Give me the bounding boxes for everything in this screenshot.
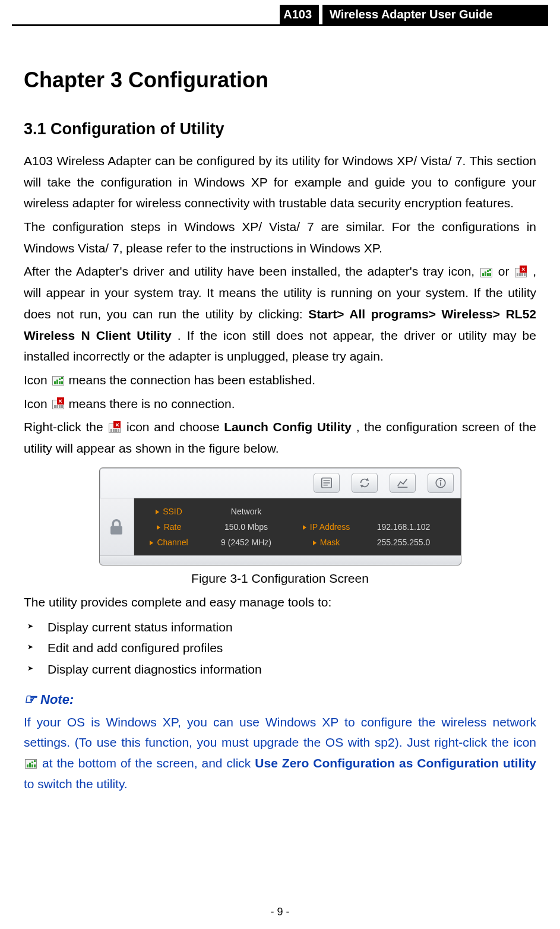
status-left-icon-area xyxy=(100,498,134,555)
info-icon xyxy=(434,476,447,489)
channel-label: Channel xyxy=(143,538,196,547)
action-name: Launch Config Utility xyxy=(224,420,352,434)
ssid-label: SSID xyxy=(143,507,196,516)
window-bottom-strip xyxy=(100,555,461,565)
feature-list: Display current status information Edit … xyxy=(24,617,536,680)
intro-paragraph-2: The configuration steps in Windows XP/ V… xyxy=(24,216,536,258)
toolbar-button-lines[interactable] xyxy=(314,473,340,493)
list-item: Display current status information xyxy=(24,617,536,638)
header-spacer xyxy=(12,5,280,24)
text-fragment: After the Adapter's driver and utility h… xyxy=(24,264,479,278)
page-header: A103 Wireless Adapter User Guide xyxy=(12,5,548,26)
list-item: Display current diagnostics information xyxy=(24,659,536,680)
graph-icon xyxy=(396,476,409,489)
refresh-icon xyxy=(358,476,371,489)
note-label: Note: xyxy=(40,692,74,707)
text-fragment: icon and choose xyxy=(126,420,224,434)
pointing-hand-icon: ☞ xyxy=(24,691,37,707)
text-fragment: Icon xyxy=(24,373,51,387)
signal-bars-green-icon xyxy=(25,759,37,769)
svg-point-8 xyxy=(439,480,441,482)
signal-bars-disconnected-icon xyxy=(515,268,527,277)
chapter-heading: Chapter 3 Configuration xyxy=(24,68,536,93)
toolbar-button-refresh[interactable] xyxy=(352,473,378,493)
mask-label: Mask xyxy=(297,538,356,547)
config-utility-window: SSID Network Rate 150.0 Mbps IP Address … xyxy=(99,467,461,565)
text-fragment: means the connection has been establishe… xyxy=(68,373,315,387)
mask-value: 255.255.255.0 xyxy=(356,538,451,547)
text-fragment: means there is no connection. xyxy=(68,397,235,410)
text-fragment: at the bottom of the screen, and click xyxy=(42,756,255,770)
figure-caption: Figure 3-1 Configuration Screen xyxy=(24,571,536,586)
launch-utility-paragraph: Right-click the icon and choose Launch C… xyxy=(24,416,536,459)
text-fragment: to switch the utility. xyxy=(24,777,128,791)
note-body: If your OS is Windows XP, you can use Wi… xyxy=(24,712,536,795)
page-number: - 9 - xyxy=(0,906,560,918)
note-heading: ☞Note: xyxy=(24,691,536,707)
tray-icon-paragraph: After the Adapter's driver and utility h… xyxy=(24,261,536,366)
signal-bars-disconnected-icon xyxy=(109,424,121,433)
status-row: SSID Network Rate 150.0 Mbps IP Address … xyxy=(100,498,461,555)
text-fragment: Right-click the xyxy=(24,420,107,434)
lock-icon xyxy=(106,517,126,537)
toolbar-button-graph[interactable] xyxy=(390,473,416,493)
text-fragment: If your OS is Windows XP, you can use Wi… xyxy=(24,715,536,750)
text-fragment: Icon xyxy=(24,397,51,410)
section-heading: 3.1 Configuration of Utility xyxy=(24,120,536,138)
header-model: A103 xyxy=(280,5,319,24)
document-lines-icon xyxy=(320,476,333,489)
manage-tools-lead: The utility provides complete and easy m… xyxy=(24,595,536,609)
svg-rect-10 xyxy=(110,526,122,534)
ip-value: 192.168.1.102 xyxy=(356,522,451,532)
rate-value: 150.0 Mbps xyxy=(196,522,297,532)
action-name: Use Zero Configuration as Configuration … xyxy=(255,756,536,770)
signal-bars-disconnected-icon xyxy=(52,400,64,409)
ssid-value: Network xyxy=(196,507,297,516)
toolbar xyxy=(100,468,461,498)
intro-paragraph-1: A103 Wireless Adapter can be configured … xyxy=(24,150,536,214)
signal-bars-green-icon xyxy=(480,268,492,277)
figure-container: SSID Network Rate 150.0 Mbps IP Address … xyxy=(24,467,536,586)
list-item: Edit and add configured profiles xyxy=(24,637,536,659)
toolbar-button-info[interactable] xyxy=(428,473,454,493)
channel-value: 9 (2452 MHz) xyxy=(196,538,297,547)
icon-meaning-line-1: Icon means the connection has been estab… xyxy=(24,369,536,391)
page-content: Chapter 3 Configuration 3.1 Configuratio… xyxy=(0,26,560,794)
svg-rect-9 xyxy=(440,482,441,486)
ip-label: IP Address xyxy=(297,522,356,532)
icon-meaning-line-2: Icon means there is no connection. xyxy=(24,393,536,415)
header-title: Wireless Adapter User Guide xyxy=(322,5,548,24)
signal-bars-green-icon xyxy=(52,376,64,385)
status-panel: SSID Network Rate 150.0 Mbps IP Address … xyxy=(134,498,461,555)
text-fragment: or xyxy=(498,264,514,278)
rate-label: Rate xyxy=(143,522,196,532)
